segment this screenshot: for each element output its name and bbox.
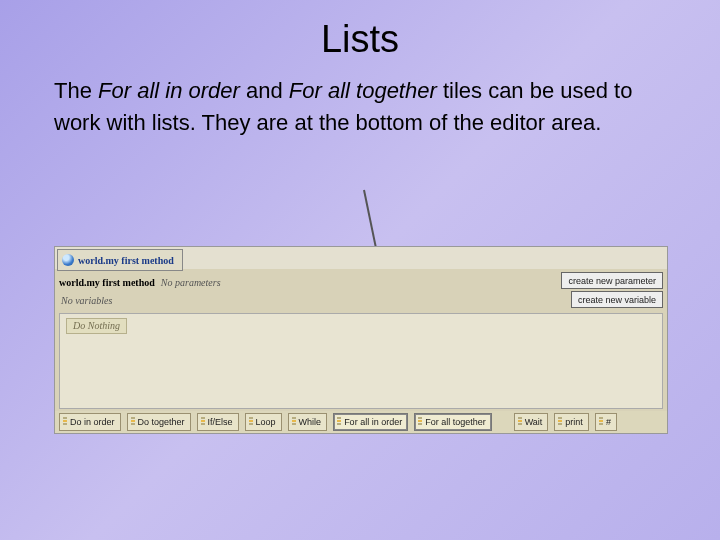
tile-if-else[interactable]: If/Else (197, 413, 239, 431)
drag-grip-icon (131, 417, 135, 427)
create-new-parameter-button[interactable]: create new parameter (561, 272, 663, 289)
tile-label: Do in order (70, 417, 115, 427)
tile-do-together[interactable]: Do together (127, 413, 191, 431)
method-tab-label: world.my first method (78, 255, 174, 266)
tile-label: Wait (525, 417, 543, 427)
tile-label: For all in order (344, 417, 402, 427)
drag-grip-icon (337, 417, 341, 427)
tile-label: If/Else (208, 417, 233, 427)
body-italic-1: For all in order (98, 78, 240, 103)
body-frag: and (240, 78, 289, 103)
drag-grip-icon (518, 417, 522, 427)
body-italic-2: For all together (289, 78, 437, 103)
tile-wait[interactable]: Wait (514, 413, 549, 431)
tile-for-all-together[interactable]: For all together (414, 413, 492, 431)
drag-grip-icon (558, 417, 562, 427)
editor-tabs: world.my first method (55, 247, 667, 269)
drag-grip-icon (201, 417, 205, 427)
tile-label: Loop (256, 417, 276, 427)
drag-grip-icon (292, 417, 296, 427)
method-tab[interactable]: world.my first method (57, 249, 183, 271)
tile-label: # (606, 417, 611, 427)
world-icon (62, 254, 74, 266)
tile-[interactable]: # (595, 413, 617, 431)
editor-panel: world.my first method world.my first met… (54, 246, 668, 434)
method-name: world.my first method (59, 277, 155, 288)
drag-grip-icon (63, 417, 67, 427)
drag-grip-icon (418, 417, 422, 427)
do-nothing-placeholder: Do Nothing (66, 318, 127, 334)
tile-do-in-order[interactable]: Do in order (59, 413, 121, 431)
method-body[interactable]: Do Nothing (59, 313, 663, 409)
tile-loop[interactable]: Loop (245, 413, 282, 431)
drag-grip-icon (599, 417, 603, 427)
slide-title: Lists (0, 0, 720, 71)
tile-while[interactable]: While (288, 413, 328, 431)
tile-tray: Do in orderDo togetherIf/ElseLoopWhileFo… (55, 411, 667, 433)
create-new-variable-button[interactable]: create new variable (571, 291, 663, 308)
tile-label: For all together (425, 417, 486, 427)
drag-grip-icon (249, 417, 253, 427)
no-parameters-label: No parameters (161, 277, 221, 288)
slide-body: The For all in order and For all togethe… (0, 71, 720, 139)
tile-for-all-in-order[interactable]: For all in order (333, 413, 408, 431)
tile-label: print (565, 417, 583, 427)
tile-print[interactable]: print (554, 413, 589, 431)
tile-label: Do together (138, 417, 185, 427)
no-variables-label: No variables (61, 295, 112, 306)
body-frag: The (54, 78, 98, 103)
tile-label: While (299, 417, 322, 427)
